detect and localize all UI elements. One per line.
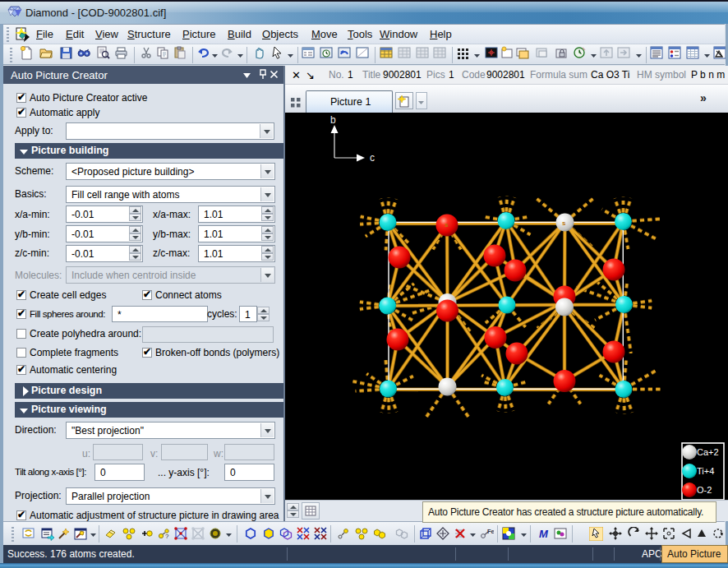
svg-text:Fe: Fe [487, 528, 494, 535]
svg-text:Ti+4: Ti+4 [697, 466, 714, 476]
svg-text:M: M [539, 528, 549, 540]
svg-text:O-2: O-2 [697, 485, 712, 495]
svg-text:b: b [330, 114, 336, 126]
svg-text:?: ? [165, 533, 169, 540]
svg-text:Ca+2: Ca+2 [697, 447, 719, 457]
svg-text:s: s [445, 221, 449, 229]
svg-text:c: c [370, 152, 375, 164]
svg-text:s: s [562, 219, 566, 227]
